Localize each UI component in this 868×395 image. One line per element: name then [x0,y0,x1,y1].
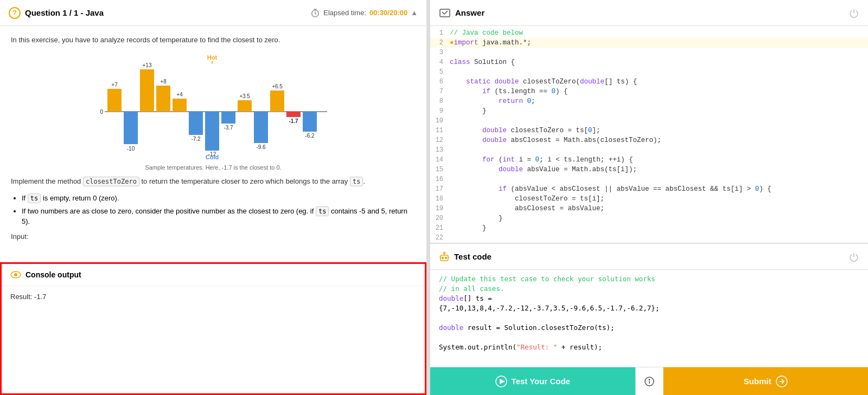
timer-chevron[interactable]: ▲ [411,9,418,17]
svg-rect-22 [254,112,268,143]
power-icon[interactable] [848,8,859,18]
svg-point-33 [14,273,17,276]
code-line-12: 12 double absClosest = Math.abs(closestT… [430,135,868,145]
method-text-before: Implement the method [11,177,83,185]
svg-text:-1.7: -1.7 [289,118,298,124]
svg-text:-3.7: -3.7 [224,125,233,131]
test-line-5 [430,313,868,323]
bottom-buttons: Test Your Code Submit [430,367,868,395]
question-title: Question 1 / 1 - Java [25,8,104,17]
code-line-4: 4 class Solution { [430,57,868,67]
console-result: Result: -1.7 [10,293,46,301]
code-line-16: 16 [430,174,868,184]
test-line-6: double result = Solution.closestToZero(t… [430,323,868,333]
question-icon: ? [9,7,21,19]
code-line-7: 7 if (ts.length == 0) { [430,87,868,96]
svg-rect-8 [140,69,154,112]
svg-point-42 [649,379,650,380]
code-line-10: 10 [430,116,868,126]
svg-rect-14 [189,112,203,135]
code-line-13: 13 [430,145,868,155]
test-line-7 [430,333,868,342]
test-header: Test code [430,244,868,270]
bullet-item-2: If two numbers are as close to zero, con… [22,206,416,227]
test-section: Test code // Update this test case to ch… [430,243,868,395]
code-line-8: 8 return 0; [430,96,868,106]
timer-area[interactable]: Elapsed time: 00:30/20:00 ▲ [310,8,418,18]
method-description: Implement the method closestToZero to re… [11,176,416,187]
code-line-9: 9 } [430,106,868,116]
svg-rect-26 [286,112,301,117]
answer-header: Answer [430,0,868,26]
timer-label: Elapsed time: [323,9,366,17]
question-title-area: ? Question 1 / 1 - Java [9,7,104,19]
svg-rect-6 [124,112,138,144]
submit-button-label: Submit [744,377,771,386]
svg-point-38 [444,252,445,254]
timer-icon [310,8,320,18]
test-code-button[interactable]: Test Your Code [430,367,635,395]
code-line-19: 19 absClosest = absValue; [430,204,868,213]
console-body: Result: -1.7 [2,286,425,307]
svg-text:+4: +4 [176,92,183,98]
svg-rect-18 [221,112,235,124]
test-line-2: // in all cases. [430,284,868,294]
test-title-area: Test code [439,251,492,263]
code-line-20: 20 } [430,213,868,223]
code-line-5: 5 [430,67,868,77]
eye-icon [10,269,21,280]
chart-caption: Sample temperatures. Here, -1.7 is the c… [11,164,416,171]
left-header: ? Question 1 / 1 - Java Elapsed time: 00… [0,0,426,26]
svg-point-37 [445,257,447,258]
svg-rect-12 [173,99,187,112]
code-line-22: 22 [430,233,868,243]
answer-title-area: Answer [439,7,484,19]
test-title: Test code [454,252,492,261]
svg-text:+8: +8 [160,79,167,85]
info-icon [644,376,655,387]
svg-text:-7.2: -7.2 [191,136,201,142]
answer-title: Answer [455,8,484,17]
test-line-8: System.out.println("Result: " + result); [430,342,868,352]
robot-icon [439,251,450,263]
svg-text:+3.5: +3.5 [239,93,250,99]
svg-text:+7: +7 [111,82,118,88]
svg-rect-28 [303,112,317,132]
svg-text:-9.6: -9.6 [256,144,266,150]
code-line-1: 1 // Java code below [430,28,868,38]
svg-text:0: 0 [100,109,103,115]
timer-value: 00:30/20:00 [369,9,407,17]
console-header: Console output [2,264,425,286]
info-button[interactable] [635,367,663,395]
test-line-4: {7,-10,13,8,4,-7.2,-12,-3.7,3.5,-9.6,6.5… [430,303,868,313]
play-icon [495,375,507,387]
svg-text:-6.2: -6.2 [305,133,315,139]
temperature-chart: Hot +7 -10 +13 [11,52,416,171]
problem-content: In this exercise, you have to analyze re… [0,26,426,262]
bullet-item-1: If ts is empty, return 0 (zero). [22,193,416,204]
svg-text:Hot: Hot [207,54,218,61]
array-name-inline: ts [350,177,363,186]
code-line-21: 21 } [430,223,868,233]
svg-point-36 [442,257,444,258]
svg-rect-20 [238,100,252,112]
console-title: Console output [25,270,81,279]
svg-text:-10: -10 [127,146,135,152]
code-line-18: 18 closestToZero = ts[i]; [430,194,868,204]
test-code-area[interactable]: // Update this test case to check your s… [430,270,868,367]
code-line-6: 6 static double closestToZero(double[] t… [430,77,868,87]
code-line-14: 14 for (int i = 0; i < ts.length; ++i) { [430,155,868,165]
svg-rect-24 [270,90,284,112]
bullet-list: If ts is empty, return 0 (zero). If two … [22,193,416,227]
svg-text:+6.5: +6.5 [272,83,283,89]
svg-rect-16 [205,112,219,151]
code-line-17: 17 if (absValue < absClosest || absValue… [430,184,868,194]
answer-code[interactable]: 1 // Java code below 2 ●import java.math… [430,26,868,243]
test-power-icon[interactable] [848,251,859,262]
submit-button[interactable]: Submit [663,367,868,395]
console-section: Console output Result: -1.7 [0,262,426,395]
svg-text:Cold: Cold [206,154,219,160]
input-label: Input: [11,231,416,242]
submit-arrow-icon [776,375,788,387]
code-line-2: 2 ●import java.math.*; [430,38,868,48]
